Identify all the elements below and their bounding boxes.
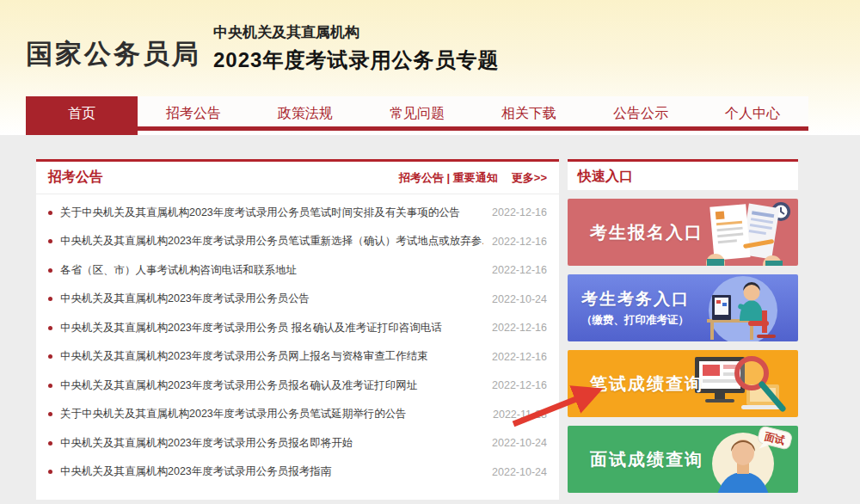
bullet-dot-icon (48, 441, 52, 446)
header-titles: 中央机关及其直属机构 2023年度考试录用公务员专题 (213, 22, 499, 74)
main-nav: 首页 招考公告 政策法规 常见问题 相关下载 公告公示 个人中心 (26, 96, 808, 131)
bullet-dot-icon (48, 297, 52, 301)
tab-home[interactable]: 首页 (26, 96, 138, 135)
list-item[interactable]: 中央机关及其直属机构2023年度考试录用公务员 报名确认及准考证打印咨询电话 2… (48, 315, 547, 341)
tab-public-notices[interactable]: 公告公示 (585, 96, 697, 131)
list-item[interactable]: 中央机关及其直属机构2023年度考试录用公务员报考指南 2022-10-24 (48, 459, 547, 485)
announcement-date: 2022-11-28 (493, 409, 547, 421)
bullet-dot-icon (48, 412, 52, 416)
bullet-dot-icon (48, 239, 52, 243)
list-item[interactable]: 中央机关及其直属机构2023年度考试录用公务员公告 2022-10-24 (48, 286, 547, 312)
announcement-date: 2022-12-16 (492, 379, 547, 391)
announcement-date: 2022-12-16 (492, 236, 547, 248)
exam-affairs-main-label: 考生考务入口 (581, 288, 690, 310)
tab-downloads[interactable]: 相关下载 (473, 96, 585, 131)
bullet-dot-icon (48, 470, 52, 474)
announcement-date: 2022-10-24 (492, 293, 547, 305)
more-link[interactable]: 更多>> (512, 170, 547, 186)
bullet-dot-icon (48, 384, 52, 388)
announcement-link[interactable]: 中央机关及其直属机构2023年度考试录用公务员报考指南 (60, 464, 483, 479)
written-test-score-query-label: 笔试成绩查询 (590, 372, 703, 396)
list-item[interactable]: 各省（区、市）人事考试机构咨询电话和联系地址 2022-12-16 (48, 257, 547, 283)
announcement-link[interactable]: 中央机关及其直属机构2023年度考试录用公务员网上报名与资格审查工作结束 (60, 349, 483, 364)
exam-affairs-sub-label: （缴费、打印准考证） (581, 313, 690, 328)
list-item[interactable]: 关于中央机关及其直属机构2023年度考试录用公务员笔试延期举行的公告 2022-… (48, 402, 547, 427)
bullet-dot-icon (48, 268, 52, 273)
tab-faq[interactable]: 常见问题 (361, 96, 473, 131)
announcement-link[interactable]: 关于中央机关及其直属机构2023年度考试录用公务员笔试时间安排及有关事项的公告 (60, 206, 483, 220)
bullet-dot-icon (48, 326, 52, 330)
bullet-dot-icon (48, 211, 52, 215)
announcement-link[interactable]: 关于中央机关及其直属机构2023年度考试录用公务员笔试延期举行的公告 (60, 407, 484, 421)
site-logo: 国家公务员局 (26, 36, 201, 72)
list-item[interactable]: 关于中央机关及其直属机构2023年度考试录用公务员笔试时间安排及有关事项的公告 … (48, 200, 547, 225)
page-title: 2023年度考试录用公务员专题 (213, 46, 499, 74)
announcement-date: 2022-12-16 (492, 264, 547, 276)
list-item[interactable]: 中央机关及其直属机构2023年度考试录用公务员网上报名与资格审查工作结束 202… (48, 344, 547, 370)
announcement-link[interactable]: 中央机关及其直属机构2023年度考试录用公务员报名确认及准考证打印网址 (60, 378, 483, 393)
announcement-date: 2022-10-24 (492, 437, 547, 449)
list-item[interactable]: 中央机关及其直属机构2023年度考试录用公务员报名确认及准考证打印网址 2022… (48, 372, 547, 398)
announcement-date: 2022-12-16 (492, 206, 547, 218)
announcement-link[interactable]: 中央机关及其直属机构2023年度考试录用公务员公告 (60, 292, 483, 306)
list-item[interactable]: 中央机关及其直属机构2023年度考试录用公务员报名即将开始 2022-10-24 (48, 430, 547, 456)
announcement-link[interactable]: 各省（区、市）人事考试机构咨询电话和联系地址 (60, 263, 483, 278)
announcements-list: 关于中央机关及其直属机构2023年度考试录用公务员笔试时间安排及有关事项的公告 … (36, 194, 559, 492)
announcement-link[interactable]: 中央机关及其直属机构2023年度考试录用公务员 报名确认及准考证打印咨询电话 (60, 321, 483, 335)
written-test-score-query-button[interactable]: 笔试成绩查询 (568, 350, 798, 417)
announcements-filter-links[interactable]: 招考公告 | 重要通知 (399, 170, 498, 186)
announcements-title: 招考公告 (48, 169, 103, 187)
tab-policies[interactable]: 政策法规 (249, 96, 361, 131)
list-item[interactable]: 中央机关及其直属机构2023年度考试录用公务员笔试重新选择（确认）考试地点或放弃… (48, 229, 547, 255)
quick-entry-title: 快速入口 (568, 159, 798, 190)
candidate-exam-affairs-entry-label: 考生考务入口 （缴费、打印准考证） (581, 288, 690, 328)
candidate-registration-entry-button[interactable]: 考生报名入口 (568, 199, 798, 266)
page: 国家公务员局 中央机关及其直属机构 2023年度考试录用公务员专题 首页 招考公… (0, 0, 860, 504)
announcement-date: 2022-10-24 (492, 466, 547, 478)
candidate-exam-affairs-entry-button[interactable]: 考生考务入口 （缴费、打印准考证） (568, 274, 798, 341)
org-line: 中央机关及其直属机构 (213, 22, 499, 42)
candidate-registration-entry-label: 考生报名入口 (590, 221, 703, 244)
announcement-date: 2022-12-16 (492, 322, 547, 334)
announcement-date: 2022-12-16 (492, 351, 547, 363)
announcement-link[interactable]: 中央机关及其直属机构2023年度考试录用公务员报名即将开始 (60, 436, 483, 451)
announcements-header-links: 招考公告 | 重要通知 更多>> (399, 170, 547, 186)
announcements-panel: 招考公告 招考公告 | 重要通知 更多>> 关于中央机关及其直属机构2023年度… (36, 159, 559, 500)
quick-entry-panel: 快速入口 考生报名入口 (568, 159, 798, 493)
tab-announcements[interactable]: 招考公告 (138, 96, 249, 131)
bullet-dot-icon (48, 354, 52, 359)
interview-score-query-label: 面试成绩查询 (590, 448, 703, 471)
announcement-link[interactable]: 中央机关及其直属机构2023年度考试录用公务员笔试重新选择（确认）考试地点或放弃… (60, 234, 483, 249)
tab-personal-center[interactable]: 个人中心 (697, 96, 808, 131)
interview-score-query-button[interactable]: 面试成绩查询 面试 (568, 426, 798, 493)
announcements-header: 招考公告 招考公告 | 重要通知 更多>> (36, 162, 559, 194)
